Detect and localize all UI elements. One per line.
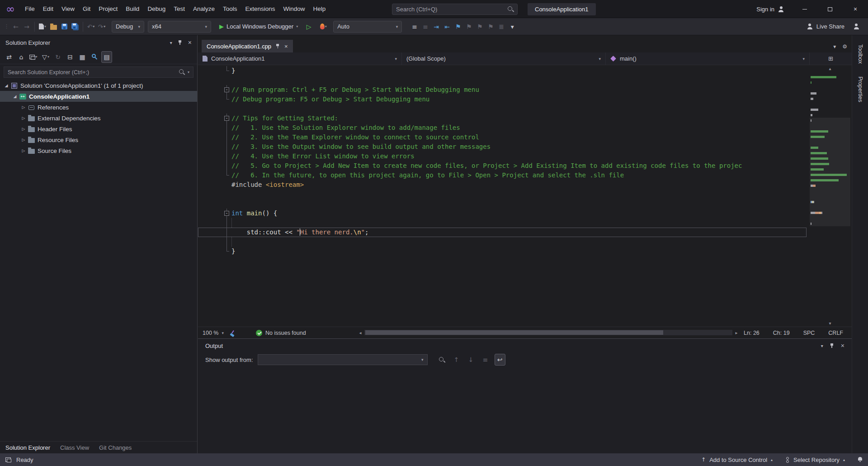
tree-item-references[interactable]: ▷References xyxy=(0,102,197,113)
line-ending-indicator[interactable]: CRLF xyxy=(821,330,850,336)
add-to-source-control-button[interactable]: ↑ Add to Source Control ▴ xyxy=(701,456,773,463)
code-line-3[interactable]: -// Run program: Ctrl + F5 or Debug > St… xyxy=(198,85,807,95)
properties-icon[interactable] xyxy=(89,51,100,63)
code-line-15[interactable] xyxy=(198,199,807,209)
scrollbar-track[interactable] xyxy=(364,330,732,335)
open-file-icon[interactable] xyxy=(48,21,59,33)
auto-dropdown[interactable]: Auto ▾ xyxy=(333,21,402,33)
editor-settings-gear-icon[interactable]: ⚙ xyxy=(842,43,847,50)
solution-configuration-dropdown[interactable]: Debug ▾ xyxy=(112,21,144,33)
horizontal-scrollbar[interactable]: ◂ ▸ xyxy=(357,330,740,335)
navigate-backward-icon[interactable]: ← xyxy=(10,21,21,33)
previous-message-icon[interactable]: ↑ xyxy=(451,354,462,366)
start-debugging-dropdown[interactable]: ▾ xyxy=(296,24,298,29)
tree-item-consoleapplication1[interactable]: ◢ConsoleApplication1 xyxy=(0,91,197,102)
nav-project-dropdown[interactable]: ConsoleApplication1 ▾ xyxy=(198,52,402,65)
redo-icon[interactable]: ↷▾ xyxy=(96,21,107,33)
line-indicator[interactable]: Ln: 26 xyxy=(737,330,766,336)
split-editor-button[interactable]: ⊞ xyxy=(810,52,852,65)
show-all-files-icon[interactable]: ▦ xyxy=(77,51,88,63)
menu-debug[interactable]: Debug xyxy=(143,0,170,18)
increase-line-indent-icon[interactable]: ⇥ xyxy=(431,21,442,33)
code-line-4[interactable]: // Debug program: F5 or Debug > Start De… xyxy=(198,95,807,104)
expand-arrow-icon[interactable]: ▷ xyxy=(20,127,27,131)
maximize-button[interactable] xyxy=(817,0,843,18)
menu-help[interactable]: Help xyxy=(309,0,330,18)
line-comment-icon[interactable]: ≡ xyxy=(409,21,420,33)
menu-edit[interactable]: Edit xyxy=(39,0,57,18)
clear-all-icon[interactable]: ≡ xyxy=(480,354,491,366)
solution-explorer-search-box[interactable]: Search Solution Explorer (Ctrl+;) ▾ xyxy=(4,67,193,78)
expand-arrow-icon[interactable]: ▷ xyxy=(20,116,27,120)
refresh-icon[interactable]: ↻ xyxy=(52,51,63,63)
minimap-viewport[interactable] xyxy=(810,118,850,226)
code-line-16[interactable]: -int main() { xyxy=(198,209,807,218)
menu-project[interactable]: Project xyxy=(94,0,122,18)
scrollbar-thumb[interactable] xyxy=(365,330,663,335)
code-line-10[interactable]: // 4. Use the Error List window to view … xyxy=(198,152,807,161)
code-line-19[interactable] xyxy=(198,237,807,247)
code-cleanup-icon[interactable] xyxy=(230,330,235,336)
start-without-debugging-button[interactable]: ▷ xyxy=(303,21,314,33)
tree-item-header-files[interactable]: ▷Header Files xyxy=(0,124,197,134)
code-line-11[interactable]: // 5. Go to Project > Add New Item to cr… xyxy=(198,161,807,171)
previous-bookmark-icon[interactable]: ⚑ xyxy=(463,21,474,33)
search-options-chevron-icon[interactable]: ▾ xyxy=(188,70,189,74)
preview-selected-items-icon[interactable]: ▤ xyxy=(101,51,112,63)
minimap[interactable] xyxy=(811,74,849,226)
redo-icon-dropdown[interactable]: ▾ xyxy=(104,24,105,29)
expand-arrow-icon[interactable]: ▷ xyxy=(20,105,27,109)
document-tab[interactable]: ConsoleApplication1.cpp × xyxy=(202,40,293,52)
tree-item-resource-files[interactable]: ▷Resource Files xyxy=(0,134,197,145)
code-line-7[interactable]: // 1. Use the Solution Explorer window t… xyxy=(198,123,807,133)
fold-collapse-icon[interactable]: - xyxy=(224,211,229,216)
close-panel-icon[interactable]: × xyxy=(188,39,192,46)
undo-icon-dropdown[interactable]: ▾ xyxy=(93,24,94,29)
collapse-arrow-icon[interactable]: ◢ xyxy=(11,94,19,99)
tree-item-solution-consoleapplication1-1-of-1-project[interactable]: ◢Solution 'ConsoleApplication1' (1 of 1 … xyxy=(0,80,197,91)
pin-tab-icon[interactable] xyxy=(275,43,280,49)
code-line-12[interactable]: // 6. In the future, to open this projec… xyxy=(198,171,807,180)
select-repository-button[interactable]: Select Repository ▴ xyxy=(785,456,845,463)
minimize-button[interactable] xyxy=(792,0,817,18)
close-panel-icon[interactable]: × xyxy=(841,342,844,349)
solution-platform-dropdown[interactable]: x64 ▾ xyxy=(148,21,211,33)
column-indicator[interactable]: Ch: 19 xyxy=(766,330,797,336)
document-health-indicator[interactable]: No issues found xyxy=(256,327,306,339)
right-strip-tab-properties[interactable]: Properties xyxy=(857,76,863,102)
menu-tools[interactable]: Tools xyxy=(219,0,241,18)
collapse-all-icon[interactable]: ⊟ xyxy=(65,51,75,63)
code-line-1[interactable]: } xyxy=(198,66,807,76)
right-strip-tab-toolbox[interactable]: Toolbox xyxy=(857,44,863,64)
next-bookmark-icon[interactable]: ⚑ xyxy=(474,21,485,33)
panel-tab-git-changes[interactable]: Git Changes xyxy=(99,444,132,451)
code-line-5[interactable] xyxy=(198,104,807,114)
notifications-bell-icon[interactable] xyxy=(858,457,863,462)
switch-views-icon-dropdown[interactable]: ▾ xyxy=(35,55,37,59)
document-list-chevron-icon[interactable]: ▾ xyxy=(833,43,836,50)
find-message-icon[interactable] xyxy=(437,354,448,366)
hot-reload-dropdown[interactable]: ▾ xyxy=(325,24,327,29)
save-all-icon[interactable] xyxy=(70,21,80,33)
code-line-8[interactable]: // 2. Use the Team Explorer window to co… xyxy=(198,133,807,142)
code-line-13[interactable]: #include <iostream> xyxy=(198,180,807,190)
save-icon[interactable] xyxy=(59,21,70,33)
close-tab-icon[interactable]: × xyxy=(284,43,288,50)
nav-member-dropdown[interactable]: main() ▾ xyxy=(606,52,810,65)
toolbar-grip[interactable]: ⋮ xyxy=(3,24,10,29)
panel-tab-class-view[interactable]: Class View xyxy=(60,444,89,451)
code-line-18[interactable]: std::cout << "Hi there nerd.\n"; xyxy=(198,228,807,237)
send-feedback-button[interactable] xyxy=(851,21,862,33)
panel-tab-solution-explorer[interactable]: Solution Explorer xyxy=(5,444,50,451)
menu-analyze[interactable]: Analyze xyxy=(189,0,219,18)
expand-arrow-icon[interactable]: ▷ xyxy=(20,148,27,153)
live-share-button[interactable]: Live Share xyxy=(807,23,844,30)
pending-changes-filter-icon[interactable]: ▽▾ xyxy=(40,51,51,63)
collapse-arrow-icon[interactable]: ◢ xyxy=(3,83,10,88)
fold-collapse-icon[interactable]: - xyxy=(224,87,229,92)
hot-reload-button[interactable]: ▾ xyxy=(318,21,329,33)
undo-icon[interactable]: ↶▾ xyxy=(85,21,96,33)
start-debugging-button[interactable]: ▶ Local Windows Debugger ▾ xyxy=(217,21,301,33)
code-line-6[interactable]: -// Tips for Getting Started: xyxy=(198,114,807,123)
scroll-left-icon[interactable]: ◂ xyxy=(357,330,363,335)
